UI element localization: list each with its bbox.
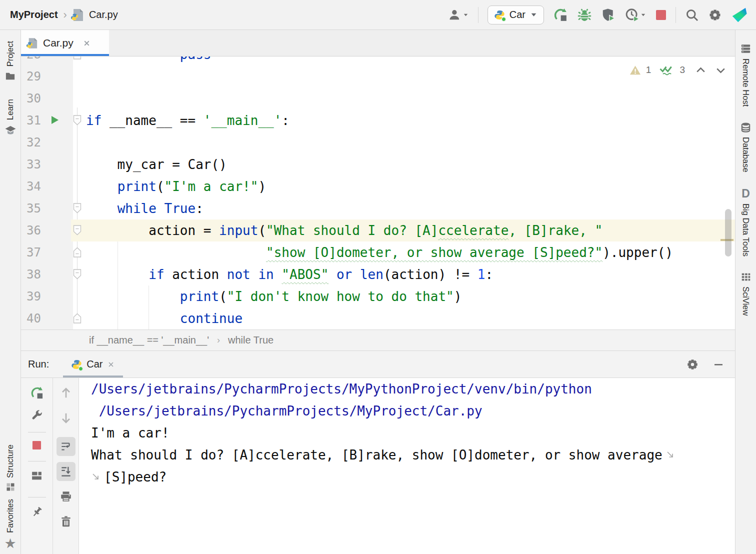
toolbar-separator [28, 461, 46, 462]
line-number: 29 [21, 66, 41, 88]
code-line[interactable]: 30 [21, 88, 735, 110]
run-configuration-select[interactable]: Car [488, 6, 544, 24]
console-line: /Users/jetbrains/PycharmProjects/MyPytho… [91, 378, 735, 400]
tab-label: Car.py [43, 37, 74, 49]
code-text: if __name__ == '__main__': [86, 110, 290, 132]
console-line: I'm a car! [91, 422, 735, 444]
tool-window-favorites[interactable]: Favorites ★ [4, 499, 16, 550]
pycharm-logo-icon [731, 6, 748, 24]
edit-configuration-icon[interactable] [30, 409, 44, 422]
editor-scrollbar[interactable] [725, 209, 732, 256]
fold-marker-icon[interactable] [73, 56, 82, 60]
tool-window-project[interactable]: Project [4, 41, 16, 82]
fold-marker-icon[interactable] [73, 247, 82, 258]
line-number: 38 [21, 264, 41, 286]
close-icon[interactable] [82, 39, 91, 48]
down-stacktrace-icon[interactable] [59, 411, 73, 425]
code-line[interactable]: 32 [21, 132, 735, 154]
warning-icon[interactable] [629, 64, 642, 76]
toolbar-separator [28, 497, 46, 498]
code-editor[interactable]: 28 pass293031if __name__ == '__main__':3… [21, 56, 735, 330]
right-tool-stripe: Remote Host Database D Big Data Tools Sc… [735, 30, 756, 554]
inspections-ok-icon[interactable] [658, 64, 675, 76]
fold-marker-icon[interactable] [73, 115, 82, 126]
code-line[interactable]: 34 print("I'm a car!") [21, 176, 735, 198]
rerun-icon[interactable] [30, 386, 44, 400]
stop-process-icon[interactable] [32, 440, 42, 450]
debug-button[interactable] [577, 8, 592, 22]
run-panel-title: Run: [28, 358, 49, 370]
code-text: print("I'm a car!") [86, 176, 266, 198]
print-icon[interactable] [60, 490, 72, 503]
code-line[interactable]: 40 continue [21, 308, 735, 330]
code-text: "show [O]dometer, or show average [S]pee… [86, 242, 673, 264]
code-text: my_car = Car() [86, 154, 227, 176]
code-line[interactable]: 31if __name__ == '__main__': [21, 110, 735, 132]
code-line[interactable]: 39 print("I don't know how to do that") [21, 286, 735, 308]
up-stacktrace-icon[interactable] [59, 386, 73, 400]
run-button[interactable] [553, 8, 568, 22]
code-line[interactable]: 29 [21, 66, 735, 88]
run-configuration-name: Car [510, 9, 526, 20]
run-tab-car[interactable]: Car [63, 351, 123, 378]
line-number: 37 [21, 242, 41, 264]
run-console[interactable]: /Users/jetbrains/PycharmProjects/MyPytho… [79, 378, 735, 554]
code-line[interactable]: 38 if action not in "ABOS" or len(action… [21, 264, 735, 286]
tab-car-py[interactable]: Car.py [21, 30, 109, 56]
run-settings-gear-icon[interactable] [686, 358, 699, 371]
navigation-bar: MyProject › Car.py [0, 8, 118, 22]
sciview-label: SciView [741, 286, 750, 316]
python-run-config-icon [71, 359, 82, 370]
toolbar-separator [676, 7, 676, 23]
coverage-button[interactable] [601, 8, 616, 22]
left-tool-stripe: Project Learn Structure Favorites ★ [0, 30, 21, 554]
code-text: while True: [86, 198, 204, 220]
tool-window-database[interactable]: Database [740, 122, 752, 172]
close-icon[interactable] [107, 360, 115, 368]
settings-gear-icon[interactable] [708, 8, 722, 22]
clear-all-icon[interactable] [60, 515, 72, 528]
next-problem-icon[interactable] [714, 64, 727, 76]
soft-wrap-toggle[interactable] [56, 437, 76, 456]
search-everywhere-icon[interactable] [685, 8, 699, 22]
stop-button[interactable] [656, 10, 666, 20]
breadcrumb-main[interactable]: if __name__ == '__main__' [89, 334, 209, 346]
fold-marker-icon[interactable] [73, 269, 82, 280]
tool-window-sciview[interactable]: SciView [740, 272, 752, 316]
breadcrumb-while[interactable]: while True [228, 334, 274, 346]
inspections-widget: 1 3 [629, 64, 727, 76]
fold-marker-icon[interactable] [73, 225, 82, 236]
user-icon[interactable] [448, 8, 469, 22]
breadcrumb-project[interactable]: MyProject [10, 9, 58, 20]
breadcrumb-file[interactable]: Car.py [89, 9, 118, 20]
fold-marker-icon[interactable] [73, 203, 82, 214]
tool-window-structure[interactable]: Structure [6, 444, 16, 492]
pycharm-window: MyProject › Car.py Car [0, 0, 756, 554]
code-line[interactable]: 36 action = input("What should I do? [A]… [21, 220, 735, 242]
code-text: continue [86, 308, 242, 330]
restore-layout-icon[interactable] [30, 470, 43, 482]
tool-window-remote-host[interactable]: Remote Host [740, 43, 752, 106]
code-line[interactable]: 35 while True: [21, 198, 735, 220]
fold-marker-icon[interactable] [73, 313, 82, 324]
sciview-icon [740, 272, 752, 282]
tool-window-learn[interactable]: Learn [4, 99, 16, 136]
structure-label: Structure [6, 444, 15, 478]
pin-tab-icon[interactable] [30, 506, 44, 518]
tool-window-big-data-tools[interactable]: D Big Data Tools [741, 188, 750, 256]
project-label: Project [6, 41, 15, 66]
run-panel-body: /Users/jetbrains/PycharmProjects/MyPytho… [21, 378, 735, 554]
run-panel-header: Run: Car [21, 351, 735, 378]
line-number: 35 [21, 198, 41, 220]
prev-problem-icon[interactable] [694, 64, 707, 76]
code-text: action = input("What should I do? [A]cce… [86, 220, 602, 242]
star-icon: ★ [4, 537, 16, 550]
hide-panel-icon[interactable] [713, 359, 724, 370]
scroll-to-end-toggle[interactable] [56, 462, 76, 481]
profiler-button[interactable] [625, 8, 646, 22]
favorites-label: Favorites [6, 499, 15, 533]
code-line[interactable]: 28 pass [21, 56, 735, 66]
code-line[interactable]: 37 "show [O]dometer, or show average [S]… [21, 242, 735, 264]
code-line[interactable]: 33 my_car = Car() [21, 154, 735, 176]
run-line-icon[interactable] [50, 115, 60, 125]
